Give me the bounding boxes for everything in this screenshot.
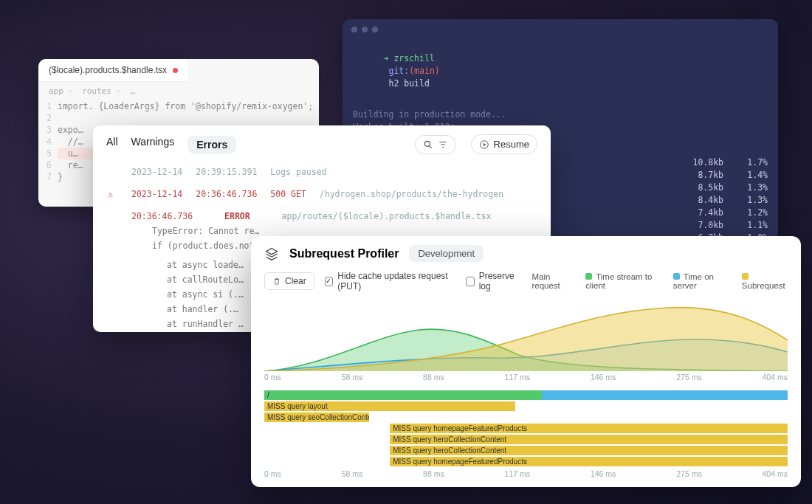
waterfall-bar[interactable]: MISS query homepageFeaturedProducts <box>390 457 788 466</box>
layers-icon <box>264 246 279 261</box>
search-filter-button[interactable] <box>415 135 456 154</box>
tab-errors[interactable]: Errors <box>187 136 236 153</box>
waterfall-bar[interactable]: MISS query layout <box>264 401 515 411</box>
preserve-log-checkbox[interactable]: Preserve log <box>466 271 521 291</box>
waterfall-bar[interactable]: / <box>264 390 542 400</box>
legend-client: Time stream to client <box>585 272 661 290</box>
trash-icon <box>272 277 281 286</box>
unsaved-dot-icon <box>173 68 178 73</box>
waterfall-bar[interactable]: MISS query homepageFeaturedProducts <box>390 424 788 433</box>
waterfall-bar[interactable]: MISS query seoCollectionContent <box>264 412 369 422</box>
log-date: 2023-12-14 <box>131 189 182 199</box>
svg-line-1 <box>429 145 431 148</box>
log-time: 20:36:46.736 <box>196 189 257 199</box>
search-icon <box>423 139 433 150</box>
play-icon <box>479 139 489 150</box>
log-status: 500 GET <box>270 189 306 199</box>
legend-server: Time on server <box>673 272 730 290</box>
hide-cache-checkbox[interactable]: Hide cache updates request (PUT) <box>325 271 456 291</box>
tab-all[interactable]: All <box>106 136 118 153</box>
terminal-prompt: ➜ zrschill git:(main) h2 build <box>353 40 768 103</box>
log-path: /hydrogen.shop/products/the-hydrogen <box>320 189 503 199</box>
window-traffic-lights <box>343 19 778 37</box>
waterfall-bar[interactable]: MISS query heroCollectionContent <box>390 435 788 444</box>
chart-axis: 0 ms58 ms88 ms117 ms146 ms275 ms404 ms <box>251 371 801 386</box>
log-date: 2023-12-14 <box>131 167 182 177</box>
warning-icon: ⚠ <box>108 189 118 199</box>
legend-main: Main request <box>531 272 574 290</box>
legend-sub: Subrequest <box>742 272 788 290</box>
editor-tab[interactable]: ($locale).products.$handle.tsx <box>38 59 188 82</box>
tab-filename: ($locale).products.$handle.tsx <box>49 65 167 75</box>
resume-button[interactable]: Resume <box>471 134 537 154</box>
breadcrumb: app› routes› … <box>38 82 319 100</box>
profiler-title: Subrequest Profiler <box>289 247 399 260</box>
profiler-window: Subrequest Profiler Development Clear Hi… <box>251 236 801 487</box>
timing-chart <box>264 297 788 371</box>
waterfall-bars: /MISS query layoutMISS query seoCollecti… <box>264 390 788 467</box>
waterfall-bar[interactable]: MISS query heroCollectionContent <box>390 446 788 455</box>
tab-warnings[interactable]: Warnings <box>131 136 175 153</box>
waterfall-bar[interactable] <box>542 390 788 400</box>
env-badge: Development <box>409 245 484 262</box>
filter-icon <box>438 139 448 150</box>
svg-point-0 <box>424 141 430 146</box>
checkbox-icon <box>325 277 334 286</box>
clear-button[interactable]: Clear <box>264 272 314 290</box>
log-msg: Logs paused <box>270 167 326 177</box>
checkbox-icon <box>466 277 474 286</box>
chart-axis: 0 ms58 ms88 ms117 ms146 ms275 ms404 ms <box>251 468 801 483</box>
terminal-status: Building in production mode... <box>353 108 768 121</box>
log-time: 20:39:15.391 <box>196 167 257 177</box>
